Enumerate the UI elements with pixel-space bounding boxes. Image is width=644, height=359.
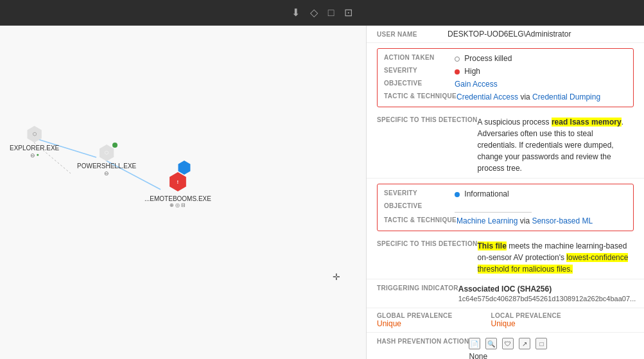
local-prevalence-value[interactable]: Unique [491,319,516,328]
hash-prevention-content: 📄 🔍 🛡 ↗ □ None [469,338,547,359]
cursor-icon: ✛ [333,272,340,282]
emotebooms-label: ...EMOTEBOOMS.EXE [144,195,211,202]
hash-prevention-label: HASH PREVENTION ACTION [377,338,469,345]
explorer-label: EXPLORER.EXE [10,144,59,152]
severity-label-1: SEVERITY [384,67,455,74]
tactic-link-1b[interactable]: Credential Dumping [532,92,600,101]
specific-detection-1: SPECIFIC TO THIS DETECTION A suspicious … [367,112,644,179]
specific-detection-2: SPECIFIC TO THIS DETECTION This file mee… [367,236,644,279]
user-name-label: USER NAME [377,31,448,38]
severity-dot-red [455,69,460,74]
tactic-link-2a[interactable]: Machine Learning [457,216,518,225]
objective-label-2: OBJECTIVE [384,202,455,209]
severity-dot-blue [455,192,460,197]
powershell-hex: ⬡ [98,144,115,161]
hash-icons-row: 📄 🔍 🛡 ↗ □ [469,338,547,349]
graph-panel: ⬡ EXPLORER.EXE ⊖ ● ⬡ POWERSHELL.EXE ⊖ [0,26,366,359]
hash-icon-arrow[interactable]: ↗ [519,338,530,349]
objective-label-1: OBJECTIVE [384,80,455,87]
node-explorer[interactable]: ⬡ EXPLORER.EXE ⊖ ● [10,125,59,159]
triggering-label: TRIGGERING INDICATOR [377,285,458,292]
emotebooms-blue-hex [177,161,191,175]
hash-prevention-value: None [469,352,547,359]
hash-icon-search[interactable]: 🔍 [485,338,497,349]
hash-icon-shield[interactable]: 🛡 [502,338,514,349]
node-emotebooms[interactable]: ! ...EMOTEBOOMS.EXE ⊕ ◎ ⊟ [144,172,211,208]
diamond-icon[interactable]: ◇ [310,6,318,19]
main-content: ⬡ EXPLORER.EXE ⊖ ● ⬡ POWERSHELL.EXE ⊖ [0,26,644,359]
emotebooms-hex: ! [168,172,187,191]
local-prevalence-col: LOCAL PREVALENCE Unique [491,312,562,328]
severity-label-2: SEVERITY [384,189,455,197]
objective-value-2 [455,202,532,213]
severity-value-1: High [455,67,480,76]
explorer-sub-icons: ⊖ ● [30,152,39,159]
severity-row-1: SEVERITY High [384,67,627,76]
download-icon[interactable]: ⬇ [292,6,300,19]
expand-icon[interactable]: ⊡ [344,6,352,19]
square-icon[interactable]: □ [328,7,335,19]
highlight-lsass: read lsass memory [552,118,622,127]
user-name-value: DESKTOP-UOD6ELG\Administrator [448,30,571,39]
triggering-hash: 1c64e575dc406287bd545261d1308912a262bc4b… [458,295,636,302]
details-panel: USER NAME DESKTOP-UOD6ELG\Administrator … [366,26,644,359]
tactic-row-2: TACTIC & TECHNIQUE Machine Learning via … [384,216,627,225]
alert-box-1: ACTION TAKEN Process killed SEVERITY Hig… [377,48,634,107]
global-prevalence-value[interactable]: Unique [377,319,401,328]
tactic-row-1: TACTIC & TECHNIQUE Credential Access via… [384,92,627,101]
explorer-hex: ⬡ [26,126,43,143]
tactic-link-1a[interactable]: Credential Access [457,92,518,101]
objective-row-2: OBJECTIVE [384,202,627,213]
action-taken-row: ACTION TAKEN Process killed [384,54,627,63]
specific-label-2: SPECIFIC TO THIS DETECTION [377,240,478,275]
process-killed-icon [455,57,460,62]
specific-text-2: This file meets the machine learning-bas… [478,240,634,275]
action-taken-value: Process killed [455,54,512,63]
tactic-label-2: TACTIC & TECHNIQUE [384,216,457,223]
local-prevalence-label: LOCAL PREVALENCE [491,312,562,319]
triggering-section: TRIGGERING INDICATOR Associated IOC (SHA… [367,279,644,308]
powershell-label: POWERSHELL.EXE [77,162,136,170]
global-prevalence-col: GLOBAL PREVALENCE Unique [377,312,453,328]
specific-text-1: A suspicious process read lsass memory. … [478,116,634,174]
hash-icon-square[interactable]: □ [535,338,547,349]
hash-icon-doc[interactable]: 📄 [469,338,480,349]
severity-row-2: SEVERITY Informational [384,189,627,198]
user-name-row: USER NAME DESKTOP-UOD6ELG\Administrator [367,26,644,43]
hash-prevention-section: HASH PREVENTION ACTION 📄 🔍 🛡 ↗ □ None [367,333,644,359]
triggering-title: Associated IOC (SHA256) [458,285,636,293]
tactic-value-2: Machine Learning via Sensor-based ML [457,216,593,225]
node-powershell[interactable]: ⬡ POWERSHELL.EXE ⊖ [77,144,136,177]
toolbar: ⬇ ◇ □ ⊡ [0,0,644,26]
severity-value-2: Informational [455,189,509,198]
objective-value-1[interactable]: Gain Access [455,80,498,89]
highlight-this-file: This file [478,241,507,250]
action-taken-label: ACTION TAKEN [384,54,455,61]
tactic-value-1: Credential Access via Credential Dumping [457,92,600,101]
objective-link-1[interactable]: Gain Access [455,80,498,89]
triggering-content: Associated IOC (SHA256) 1c64e575dc406287… [458,285,636,302]
global-prevalence-label: GLOBAL PREVALENCE [377,312,453,319]
tactic-link-2b[interactable]: Sensor-based ML [532,216,593,225]
objective-row-1: OBJECTIVE Gain Access [384,80,627,89]
alert-box-2: SEVERITY Informational OBJECTIVE TACTIC … [377,184,634,231]
prevalence-section: GLOBAL PREVALENCE Unique LOCAL PREVALENC… [367,308,644,333]
tactic-label-1: TACTIC & TECHNIQUE [384,92,457,100]
specific-label-1: SPECIFIC TO THIS DETECTION [377,116,478,174]
